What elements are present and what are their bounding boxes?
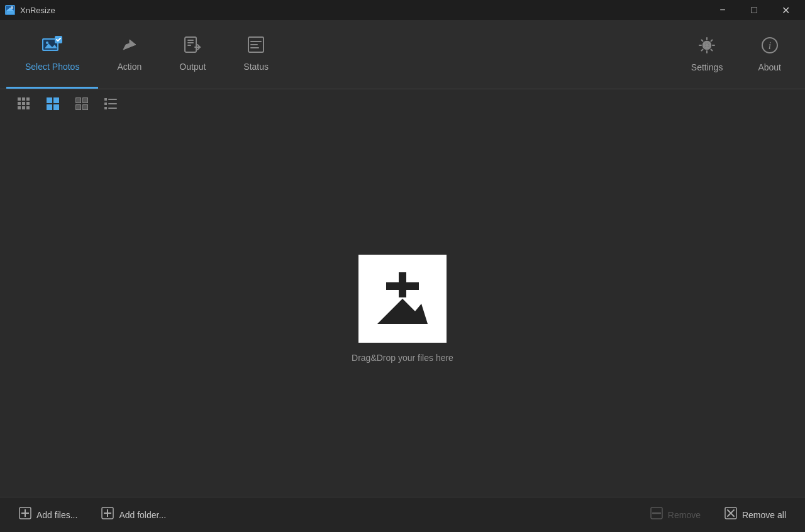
svg-rect-47 [104, 103, 107, 105]
svg-rect-4 [11, 6, 13, 9]
remove-label: Remove [668, 510, 701, 520]
svg-rect-33 [47, 97, 52, 103]
svg-rect-46 [108, 99, 117, 100]
svg-rect-25 [22, 97, 25, 101]
select-photos-label: Select Photos [25, 62, 79, 72]
app-icon [5, 5, 15, 15]
app-title: XnResize [20, 6, 703, 15]
svg-rect-32 [26, 106, 30, 109]
tab-output[interactable]: Output [160, 20, 225, 89]
svg-rect-34 [53, 97, 59, 103]
svg-rect-28 [22, 102, 25, 105]
svg-rect-17 [250, 44, 258, 45]
svg-point-8 [46, 42, 48, 44]
add-files-button[interactable]: Add files... [10, 502, 86, 528]
bottom-bar: Add files... Add folder... Remove [0, 497, 805, 532]
svg-point-21 [705, 43, 709, 47]
minimize-button[interactable]: − [708, 0, 737, 20]
svg-rect-56 [21, 513, 29, 514]
svg-rect-27 [18, 102, 21, 105]
tab-settings[interactable]: Settings [674, 20, 741, 89]
svg-rect-2 [6, 11, 14, 14]
toolbar: Select Photos Action Output [0, 20, 805, 89]
view-grid-small-button[interactable] [13, 94, 35, 116]
output-label: Output [179, 62, 206, 72]
svg-rect-13 [187, 45, 191, 46]
remove-all-label: Remove all [742, 510, 786, 520]
add-folder-label: Add folder... [119, 510, 166, 520]
drop-icon [358, 255, 447, 343]
svg-rect-31 [22, 106, 25, 109]
svg-rect-24 [18, 97, 21, 101]
svg-rect-49 [104, 107, 107, 109]
grid-small-icon [17, 97, 31, 114]
remove-button[interactable]: Remove [641, 502, 709, 528]
svg-rect-50 [108, 108, 117, 109]
grid-large-icon [75, 97, 89, 114]
add-folder-icon [101, 507, 114, 523]
view-grid-large-button[interactable] [70, 94, 93, 116]
svg-rect-26 [26, 97, 30, 101]
about-label: About [758, 62, 781, 72]
svg-rect-36 [53, 104, 59, 110]
list-icon [104, 97, 118, 114]
remove-all-button[interactable]: Remove all [716, 502, 795, 528]
svg-rect-12 [187, 42, 194, 43]
toolbar-spacer [287, 20, 674, 89]
svg-rect-18 [250, 47, 259, 48]
status-icon [247, 36, 265, 58]
settings-icon [698, 36, 716, 58]
drop-label: Drag&Drop your files here [352, 353, 453, 363]
svg-rect-35 [47, 104, 52, 110]
add-files-icon [19, 507, 31, 523]
view-list-button[interactable] [99, 94, 122, 116]
action-label: Action [117, 62, 142, 72]
svg-rect-45 [104, 98, 107, 101]
close-button[interactable]: ✕ [771, 0, 800, 20]
svg-rect-52 [386, 282, 419, 290]
view-grid-medium-button[interactable] [42, 94, 64, 116]
status-label: Status [243, 62, 269, 72]
add-files-label: Add files... [36, 510, 77, 520]
svg-rect-42 [83, 98, 87, 103]
grid-medium-icon [46, 97, 60, 114]
select-photos-icon [42, 36, 62, 58]
add-folder-button[interactable]: Add folder... [92, 502, 175, 528]
remove-all-icon [724, 507, 737, 523]
svg-rect-44 [83, 105, 87, 109]
remove-icon [650, 507, 663, 523]
svg-rect-41 [76, 98, 80, 103]
tab-action[interactable]: Action [98, 20, 160, 89]
tab-status[interactable]: Status [225, 20, 287, 89]
svg-rect-11 [187, 40, 194, 41]
svg-rect-16 [250, 41, 262, 42]
svg-text:i: i [768, 40, 770, 51]
svg-rect-43 [76, 105, 80, 109]
main-content: Drag&Drop your files here [0, 121, 805, 497]
title-bar: XnResize − □ ✕ [0, 0, 805, 20]
svg-marker-53 [377, 299, 428, 324]
view-bar [0, 89, 805, 121]
svg-rect-48 [108, 103, 117, 104]
output-icon [184, 36, 201, 58]
about-icon: i [761, 36, 779, 58]
drop-zone[interactable]: Drag&Drop your files here [352, 255, 453, 363]
svg-rect-30 [18, 106, 21, 109]
tab-about[interactable]: i About [740, 20, 799, 89]
window-controls: − □ ✕ [708, 0, 800, 20]
settings-label: Settings [691, 62, 723, 72]
action-icon [121, 36, 138, 58]
tab-select-photos[interactable]: Select Photos [6, 20, 98, 89]
svg-rect-29 [26, 102, 30, 105]
maximize-button[interactable]: □ [740, 0, 769, 20]
svg-rect-59 [104, 513, 111, 514]
